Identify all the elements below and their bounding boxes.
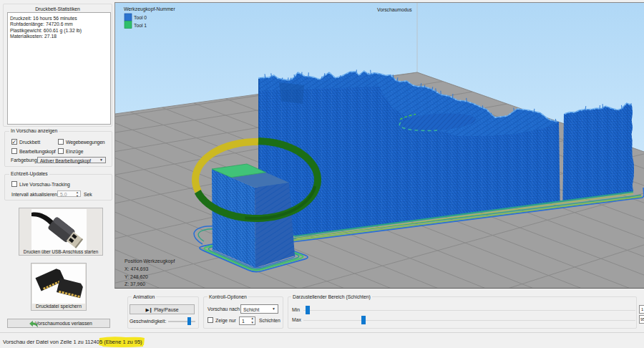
svg-text:Tool 0: Tool 0 [134,15,147,20]
svg-text:Vorschaumodus: Vorschaumodus [377,7,412,12]
svg-text:Z: 37,960: Z: 37,960 [125,281,145,286]
svg-text:Y: 248,620: Y: 248,620 [125,274,148,279]
svg-text:Position Werkzeugkopf: Position Werkzeugkopf [125,258,175,264]
svg-text:X: 474,693: X: 474,693 [125,266,149,271]
svg-text:Tool 1: Tool 1 [134,23,147,28]
svg-text:Werkzeugkopf-Nummer: Werkzeugkopf-Nummer [124,6,175,12]
